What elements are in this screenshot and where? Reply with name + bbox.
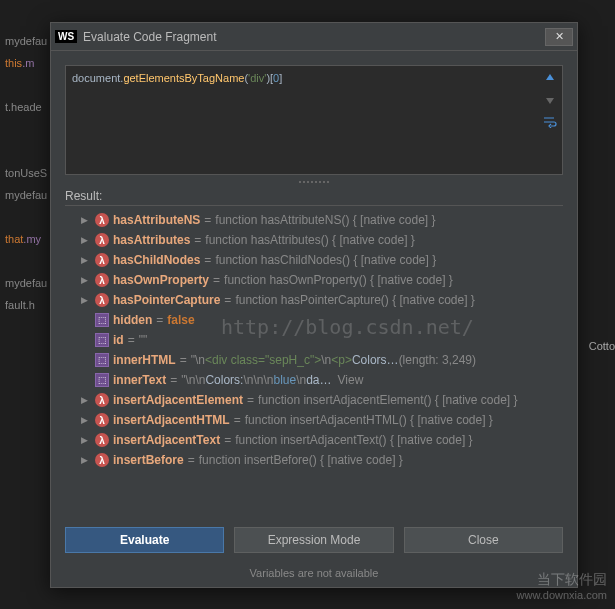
property-name: insertAdjacentHTML [113, 413, 230, 427]
property-name: hasChildNodes [113, 253, 200, 267]
lambda-icon: λ [95, 253, 109, 267]
close-dialog-button[interactable]: Close [404, 527, 563, 553]
result-row[interactable]: ▶λhasAttributeNS=function hasAttributeNS… [65, 210, 563, 230]
variable-icon: ⬚ [95, 353, 109, 367]
property-value: function insertAdjacentText() { [native … [235, 433, 472, 447]
dialog-title: Evaluate Code Fragment [83, 30, 545, 44]
property-name: insertBefore [113, 453, 184, 467]
lambda-icon: λ [95, 293, 109, 307]
variable-icon: ⬚ [95, 313, 109, 327]
lambda-icon: λ [95, 433, 109, 447]
property-name: hidden [113, 313, 152, 327]
expand-icon[interactable]: ▶ [81, 415, 91, 425]
property-value: function hasOwnProperty() { [native code… [224, 273, 453, 287]
property-name: id [113, 333, 124, 347]
result-row[interactable]: ⬚hidden=false [65, 310, 563, 330]
expand-icon[interactable]: ▶ [81, 275, 91, 285]
property-value: function hasAttributes() { [native code]… [205, 233, 414, 247]
result-tree[interactable]: ▶λhasAttributeNS=function hasAttributeNS… [65, 205, 563, 513]
result-row[interactable]: ⬚innerHTML="\n <div class="sepH_c">\n <p… [65, 350, 563, 370]
lambda-icon: λ [95, 393, 109, 407]
property-value: "" [139, 333, 148, 347]
button-bar: Evaluate Expression Mode Close [51, 513, 577, 567]
lambda-icon: λ [95, 233, 109, 247]
view-link[interactable]: View [338, 373, 364, 387]
status-text: Variables are not available [51, 567, 577, 587]
history-down-icon[interactable] [542, 92, 558, 108]
lambda-icon: λ [95, 213, 109, 227]
expand-icon[interactable]: ▶ [81, 235, 91, 245]
result-row[interactable]: ▶λhasAttributes=function hasAttributes()… [65, 230, 563, 250]
property-value: function insertBefore() { [native code] … [199, 453, 403, 467]
lambda-icon: λ [95, 453, 109, 467]
expand-icon[interactable]: ▶ [81, 455, 91, 465]
expand-icon[interactable]: ▶ [81, 215, 91, 225]
property-value: function hasChildNodes() { [native code]… [215, 253, 436, 267]
wrap-icon[interactable] [542, 114, 558, 130]
close-button[interactable]: ✕ [545, 28, 573, 46]
result-row[interactable]: ▶λhasChildNodes=function hasChildNodes()… [65, 250, 563, 270]
result-row[interactable]: ▶λinsertAdjacentText=function insertAdja… [65, 430, 563, 450]
variable-icon: ⬚ [95, 373, 109, 387]
property-value: function hasAttributeNS() { [native code… [215, 213, 435, 227]
property-name: insertAdjacentElement [113, 393, 243, 407]
expand-icon[interactable]: ▶ [81, 255, 91, 265]
titlebar: WS Evaluate Code Fragment ✕ [51, 23, 577, 51]
result-row[interactable]: ▶λinsertAdjacentHTML=function insertAdja… [65, 410, 563, 430]
property-name: hasAttributeNS [113, 213, 200, 227]
property-value: function insertAdjacentHTML() { [native … [245, 413, 493, 427]
property-name: hasPointerCapture [113, 293, 220, 307]
code-input[interactable]: document.getElementsByTagName('div')[0] [65, 65, 563, 175]
expression-mode-button[interactable]: Expression Mode [234, 527, 393, 553]
expand-icon[interactable]: ▶ [81, 295, 91, 305]
expand-icon[interactable]: ▶ [81, 395, 91, 405]
resize-grip[interactable] [51, 179, 577, 185]
history-up-icon[interactable] [542, 70, 558, 86]
property-name: hasOwnProperty [113, 273, 209, 287]
property-name: innerText [113, 373, 166, 387]
result-row[interactable]: ▶λinsertBefore=function insertBefore() {… [65, 450, 563, 470]
evaluate-button[interactable]: Evaluate [65, 527, 224, 553]
evaluate-dialog: WS Evaluate Code Fragment ✕ document.get… [50, 22, 578, 588]
lambda-icon: λ [95, 413, 109, 427]
property-name: innerHTML [113, 353, 176, 367]
result-row[interactable]: ⬚innerText="\n \n Colors:\n\n \n blue\n … [65, 370, 563, 390]
background-right-text: Cotto [589, 340, 615, 352]
property-name: insertAdjacentText [113, 433, 220, 447]
result-row[interactable]: ▶λhasPointerCapture=function hasPointerC… [65, 290, 563, 310]
expand-icon[interactable]: ▶ [81, 435, 91, 445]
property-value: function hasPointerCapture() { [native c… [235, 293, 474, 307]
result-row[interactable]: ▶λhasOwnProperty=function hasOwnProperty… [65, 270, 563, 290]
lambda-icon: λ [95, 273, 109, 287]
result-row[interactable]: ⬚id="" [65, 330, 563, 350]
variable-icon: ⬚ [95, 333, 109, 347]
result-row[interactable]: ▶λinsertAdjacentElement=function insertA… [65, 390, 563, 410]
site-watermark: 当下软件园 www.downxia.com [517, 571, 607, 601]
property-value: function insertAdjacentElement() { [nati… [258, 393, 517, 407]
result-label: Result: [65, 189, 563, 203]
app-badge: WS [55, 30, 77, 43]
property-name: hasAttributes [113, 233, 190, 247]
